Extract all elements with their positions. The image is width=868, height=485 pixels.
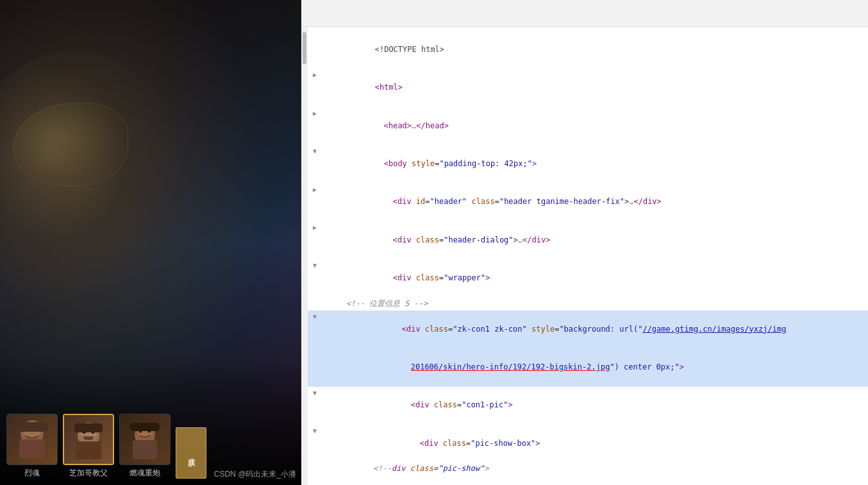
code-wrapper: <!DOCTYPE html> ▶ <html> ▶ <head>…</head… [301,27,868,485]
tabs-row-overlay [301,3,868,27]
thumb-zhijia[interactable]: 芝加哥教父 [63,414,114,479]
svg-rect-2 [19,439,45,459]
code-line-doctype[interactable]: <!DOCTYPE html> [308,31,868,69]
thumb-img-ranhun[interactable] [119,414,171,465]
arrow-head[interactable]: ▶ [310,107,319,120]
svg-rect-18 [130,423,160,431]
portrait-ranhun [120,414,170,464]
left-scrollbar[interactable] [301,27,308,485]
code-line-html[interactable]: ▶ <html> [308,69,868,106]
thumb-img-zhijia[interactable] [63,414,114,465]
svg-point-11 [83,436,94,440]
game-screenshot-panel: 烈魂 芝加哥教父 [0,0,301,485]
thumb-label-ranhun: 燃魂重炮 [129,468,160,479]
thumb-label-zhijia: 芝加哥教父 [69,468,108,479]
csdn-watermark: CSDN @码出未来_小潘 [214,469,296,480]
code-line-zkcon-url[interactable]: 201606/skin/hero-info/192/192-bigskin-2.… [308,348,868,386]
svg-rect-8 [76,441,101,459]
code-line-head[interactable]: ▶ <head>…</head> [308,107,868,145]
thumb-label-liehu: 烈魂 [24,468,40,479]
code-line-wrapper[interactable]: ▼ <div class="wrapper"> [308,259,868,297]
code-line-body[interactable]: ▼ <body style="padding-top: 42px;"> [308,145,868,183]
code-line-zkcon[interactable]: ▼ <div class="zk-con1 zk-con" style="bac… [308,311,868,348]
code-line-div-header[interactable]: ▶ <div id="header" class="header tganime… [308,183,868,221]
skin-button[interactable]: 皮 肤 [176,427,206,479]
portrait-zhijia [64,415,113,464]
code-line-picshow1[interactable]: <div class="pic-show1 pic-show3"> [308,475,868,485]
svg-rect-5 [16,422,48,432]
svg-rect-12 [74,423,103,432]
thumb-ranhun[interactable]: 燃魂重炮 [119,414,171,479]
scrollbar-thumb[interactable] [303,32,306,64]
code-line-header-dialog[interactable]: ▶ <div class="header-dialog">…</div> [308,221,868,259]
code-line-comment-pos[interactable]: <!-- 位置信息 S --> [308,298,868,311]
arrow-body[interactable]: ▼ [310,145,319,158]
portrait-liehu [7,414,57,464]
arrow-con1pic[interactable]: ▼ [310,387,319,400]
code-line-comment-picshow[interactable]: <!--div class="pic-show"> [308,463,868,475]
arrow-html[interactable]: ▶ [310,69,319,81]
code-scroll-area[interactable]: <!DOCTYPE html> ▶ <html> ▶ <head>…</head… [308,27,868,485]
arrow-div-header[interactable]: ▶ [310,183,319,196]
code-line-con1pic[interactable]: ▼ <div class="con1-pic"> [308,387,868,425]
devtools-panel: 元素控制台CSS 概述 ▲源代码网络性能内存应用程序»+ <!DOCTYPE h… [301,0,868,485]
thumb-liehu[interactable]: 烈魂 [6,414,58,479]
thumb-img-liehu[interactable] [6,414,58,465]
svg-rect-15 [133,440,157,459]
arrow-picshowbox[interactable]: ▼ [310,425,319,438]
arrow-header-dialog[interactable]: ▶ [310,221,319,234]
arrow-zkcon[interactable]: ▼ [310,311,319,323]
code-line-picshowbox[interactable]: ▼ <div class="pic-show-box"> [308,425,868,463]
arrow-wrapper[interactable]: ▼ [310,259,319,272]
